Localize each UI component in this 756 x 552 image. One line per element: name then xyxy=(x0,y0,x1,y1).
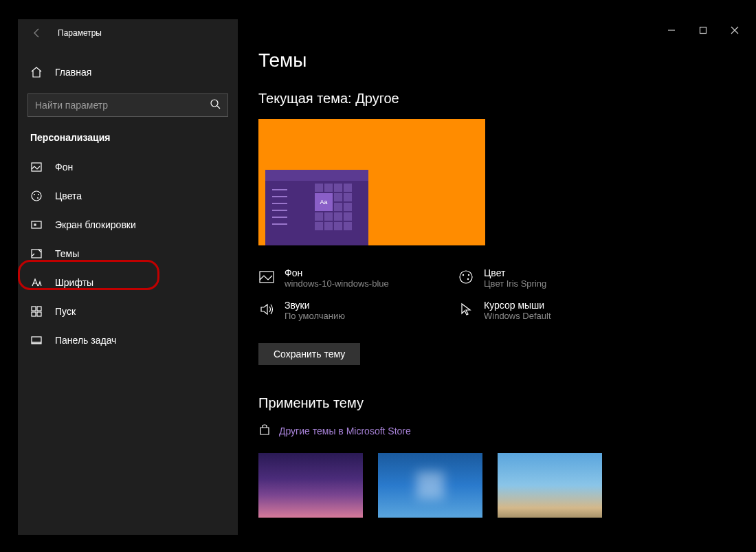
back-button[interactable] xyxy=(30,26,44,40)
svg-point-18 xyxy=(468,274,469,276)
theme-thumbnail[interactable] xyxy=(498,453,602,518)
start-icon xyxy=(30,305,43,318)
sidebar-item-label: Цвета xyxy=(55,190,82,201)
apply-theme-title: Применить тему xyxy=(258,395,718,411)
sidebar-item-start[interactable]: Пуск xyxy=(18,297,238,326)
current-theme-label: Текущая тема: Другое xyxy=(258,91,718,107)
theme-properties: Фон windows-10-windows-blue Цвет Цвет Ir… xyxy=(258,265,643,324)
svg-point-2 xyxy=(32,191,41,201)
titlebar: Параметры xyxy=(18,19,238,47)
prop-title: Курсор мыши xyxy=(484,300,551,311)
prop-value: Windows Default xyxy=(484,311,551,321)
svg-rect-7 xyxy=(34,224,36,225)
sidebar-item-label: Темы xyxy=(55,248,79,259)
prop-sounds[interactable]: Звуки По умолчанию xyxy=(258,297,444,324)
lockscreen-icon xyxy=(30,219,43,231)
prop-cursor[interactable]: Курсор мыши Windows Default xyxy=(458,297,643,324)
svg-point-17 xyxy=(463,274,464,276)
sound-icon xyxy=(258,301,275,318)
svg-rect-14 xyxy=(32,342,41,344)
store-icon xyxy=(258,423,271,438)
palette-icon xyxy=(30,190,43,202)
sidebar-item-label: Пуск xyxy=(55,306,76,317)
cursor-icon xyxy=(458,301,474,318)
svg-rect-10 xyxy=(37,307,41,311)
sidebar-item-fonts[interactable]: Шрифты xyxy=(18,268,238,297)
sidebar-item-label: Шрифты xyxy=(55,277,93,288)
svg-rect-1 xyxy=(32,163,41,171)
sidebar-item-label: Панель задач xyxy=(55,335,116,346)
theme-preview[interactable]: Aa xyxy=(258,119,485,245)
home-icon xyxy=(30,66,43,78)
themes-icon xyxy=(30,247,43,260)
sidebar-item-themes[interactable]: Темы xyxy=(18,239,238,268)
fonts-icon xyxy=(30,276,43,289)
preview-tile-text: Aa xyxy=(315,193,333,211)
search-box[interactable] xyxy=(27,93,228,117)
main-content: Темы Текущая тема: Другое Aa xyxy=(238,19,738,535)
home-link[interactable]: Главная xyxy=(18,59,238,85)
theme-thumbnail[interactable] xyxy=(378,453,482,518)
prop-value: По умолчанию xyxy=(285,311,345,321)
section-header: Персонализация xyxy=(18,117,238,153)
close-button[interactable] xyxy=(719,19,751,41)
svg-point-3 xyxy=(34,194,35,195)
preview-window: Aa xyxy=(265,170,368,245)
taskbar-icon xyxy=(30,334,43,346)
prop-value: windows-10-windows-blue xyxy=(285,278,389,289)
sidebar-item-background[interactable]: Фон xyxy=(18,153,238,181)
svg-rect-9 xyxy=(32,307,36,311)
svg-point-16 xyxy=(460,271,472,283)
prop-background[interactable]: Фон windows-10-windows-blue xyxy=(258,265,444,291)
svg-rect-12 xyxy=(37,312,41,316)
palette-icon xyxy=(458,269,474,285)
svg-rect-6 xyxy=(32,221,41,228)
home-label: Главная xyxy=(55,67,91,78)
svg-point-0 xyxy=(211,100,218,107)
window-controls xyxy=(656,19,756,41)
picture-icon xyxy=(258,269,275,285)
svg-point-5 xyxy=(37,197,38,199)
sidebar-item-label: Экран блокировки xyxy=(55,219,136,230)
prop-title: Звуки xyxy=(285,300,345,311)
svg-point-19 xyxy=(467,278,469,280)
search-input[interactable] xyxy=(35,100,210,111)
picture-icon xyxy=(30,161,43,173)
maximize-button[interactable] xyxy=(687,19,719,41)
store-link-label: Другие темы в Microsoft Store xyxy=(279,426,411,437)
sidebar-item-taskbar[interactable]: Панель задач xyxy=(18,326,238,355)
prop-value: Цвет Iris Spring xyxy=(484,278,546,289)
minimize-button[interactable] xyxy=(656,19,687,41)
sidebar: Параметры Главная Персонализация Фон xyxy=(18,19,238,535)
app-title: Параметры xyxy=(58,28,102,38)
sidebar-item-colors[interactable]: Цвета xyxy=(18,181,238,210)
svg-point-4 xyxy=(38,194,39,195)
sidebar-item-label: Фон xyxy=(55,162,73,173)
svg-rect-11 xyxy=(32,312,36,316)
theme-thumbnail[interactable] xyxy=(258,453,363,518)
svg-rect-15 xyxy=(260,272,274,283)
prop-title: Цвет xyxy=(484,267,546,278)
theme-gallery xyxy=(258,453,718,518)
store-link[interactable]: Другие темы в Microsoft Store xyxy=(258,423,718,438)
page-title: Темы xyxy=(258,49,718,71)
sidebar-item-lockscreen[interactable]: Экран блокировки xyxy=(18,210,238,239)
svg-rect-20 xyxy=(700,27,707,34)
prop-title: Фон xyxy=(285,267,389,278)
save-theme-button[interactable]: Сохранить тему xyxy=(258,343,360,365)
prop-color[interactable]: Цвет Цвет Iris Spring xyxy=(458,265,643,291)
search-icon xyxy=(210,98,221,112)
